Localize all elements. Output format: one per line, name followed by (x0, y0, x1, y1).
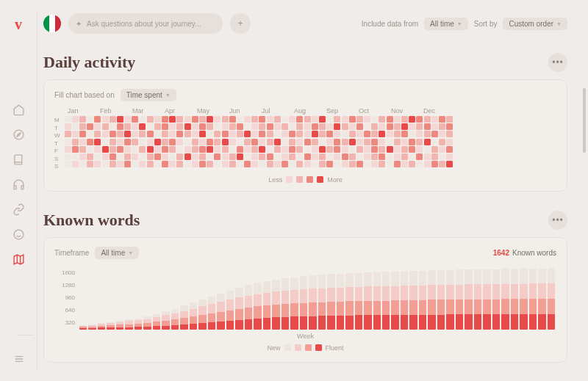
heatmap-cell[interactable] (147, 161, 154, 167)
heatmap-cell[interactable] (349, 131, 356, 137)
heatmap-cell[interactable] (132, 153, 138, 160)
heatmap-cell[interactable] (431, 139, 438, 145)
heatmap-cell[interactable] (154, 153, 161, 160)
heatmap-cell[interactable] (296, 153, 303, 160)
week-bar[interactable] (263, 281, 270, 330)
heatmap-cell[interactable] (371, 161, 378, 167)
heatmap-cell[interactable] (267, 146, 273, 153)
heatmap-cell[interactable] (387, 131, 393, 137)
week-bar[interactable] (364, 272, 371, 329)
heatmap-cell[interactable] (214, 116, 220, 123)
heatmap-cell[interactable] (342, 146, 348, 153)
heatmap-cell[interactable] (319, 123, 326, 130)
heatmap-cell[interactable] (446, 153, 453, 160)
heatmap-cell[interactable] (117, 123, 123, 130)
heatmap-cell[interactable] (274, 116, 281, 123)
heatmap-cell[interactable] (274, 131, 281, 137)
heatmap-cell[interactable] (176, 139, 183, 145)
heatmap-cell[interactable] (387, 146, 393, 153)
week-bar[interactable] (337, 274, 344, 330)
heatmap-cell[interactable] (199, 131, 206, 137)
heatmap-cell[interactable] (124, 116, 131, 123)
heatmap-cell[interactable] (439, 116, 445, 123)
heatmap-cell[interactable] (132, 146, 138, 153)
heatmap-cell[interactable] (65, 123, 71, 130)
week-bar[interactable] (437, 270, 445, 330)
week-bar[interactable] (245, 285, 252, 329)
heatmap-cell[interactable] (251, 153, 258, 160)
heatmap-cell[interactable] (244, 139, 251, 145)
heatmap-cell[interactable] (169, 116, 176, 123)
heatmap-cell[interactable] (371, 123, 378, 130)
heatmap-cell[interactable] (110, 131, 116, 137)
heatmap-cell[interactable] (387, 161, 393, 167)
heatmap-cell[interactable] (94, 123, 101, 130)
heatmap-cell[interactable] (439, 131, 445, 137)
heatmap-cell[interactable] (199, 116, 206, 123)
heatmap-cell[interactable] (117, 131, 123, 137)
heatmap-cell[interactable] (267, 139, 273, 145)
heatmap-cell[interactable] (237, 123, 243, 130)
heatmap-cell[interactable] (124, 131, 131, 137)
heatmap-cell[interactable] (184, 123, 191, 130)
daily-more-button[interactable]: ••• (548, 53, 567, 72)
heatmap-cell[interactable] (72, 153, 79, 160)
heatmap-cell[interactable] (401, 161, 408, 167)
heatmap-cell[interactable] (401, 123, 408, 130)
heatmap-cell[interactable] (424, 116, 431, 123)
heatmap-cell[interactable] (229, 161, 236, 167)
heatmap-cell[interactable] (356, 116, 363, 123)
heatmap-cell[interactable] (431, 161, 438, 167)
heatmap-cell[interactable] (289, 161, 295, 167)
heatmap-cell[interactable] (110, 116, 116, 123)
heatmap-cell[interactable] (132, 139, 138, 145)
heatmap-cell[interactable] (416, 153, 423, 160)
heatmap-cell[interactable] (416, 123, 423, 130)
include-dropdown[interactable]: All time▼ (424, 18, 468, 30)
heatmap-cell[interactable] (192, 139, 198, 145)
heatmap-cell[interactable] (439, 123, 445, 130)
heatmap-cell[interactable] (319, 161, 326, 167)
heatmap-cell[interactable] (229, 116, 236, 123)
heatmap-cell[interactable] (79, 153, 86, 160)
week-bar[interactable] (290, 277, 298, 330)
heatmap-cell[interactable] (251, 116, 258, 123)
heatmap-cell[interactable] (65, 161, 71, 167)
heatmap-cell[interactable] (87, 146, 93, 153)
heatmap-cell[interactable] (169, 161, 176, 167)
heatmap-cell[interactable] (79, 123, 86, 130)
heatmap-cell[interactable] (87, 139, 93, 145)
heatmap-cell[interactable] (267, 123, 273, 130)
heatmap-cell[interactable] (102, 161, 109, 167)
heatmap-cell[interactable] (237, 116, 243, 123)
heatmap-cell[interactable] (431, 153, 438, 160)
heatmap-cell[interactable] (184, 116, 191, 123)
nav-headphones-icon[interactable] (10, 176, 26, 192)
heatmap-cell[interactable] (312, 116, 318, 123)
heatmap-cell[interactable] (259, 139, 265, 145)
week-bar[interactable] (318, 275, 326, 329)
heatmap-cell[interactable] (379, 123, 385, 130)
heatmap-cell[interactable] (214, 131, 220, 137)
week-bar[interactable] (520, 269, 527, 330)
heatmap-cell[interactable] (207, 161, 213, 167)
heatmap-cell[interactable] (371, 131, 378, 137)
heatmap-cell[interactable] (117, 161, 123, 167)
scrollbar-thumb[interactable] (583, 88, 586, 153)
heatmap-cell[interactable] (424, 153, 431, 160)
heatmap-cell[interactable] (371, 153, 378, 160)
heatmap-cell[interactable] (387, 139, 393, 145)
heatmap-cell[interactable] (124, 123, 131, 130)
heatmap-cell[interactable] (349, 146, 356, 153)
heatmap-cell[interactable] (326, 116, 333, 123)
heatmap-cell[interactable] (364, 139, 370, 145)
heatmap-cell[interactable] (192, 131, 198, 137)
week-bar[interactable] (282, 278, 289, 329)
heatmap-cell[interactable] (364, 161, 370, 167)
heatmap-cell[interactable] (147, 153, 154, 160)
heatmap-cell[interactable] (356, 161, 363, 167)
heatmap-cell[interactable] (244, 153, 251, 160)
heatmap-cell[interactable] (401, 131, 408, 137)
heatmap-cell[interactable] (117, 146, 123, 153)
heatmap-cell[interactable] (214, 123, 220, 130)
